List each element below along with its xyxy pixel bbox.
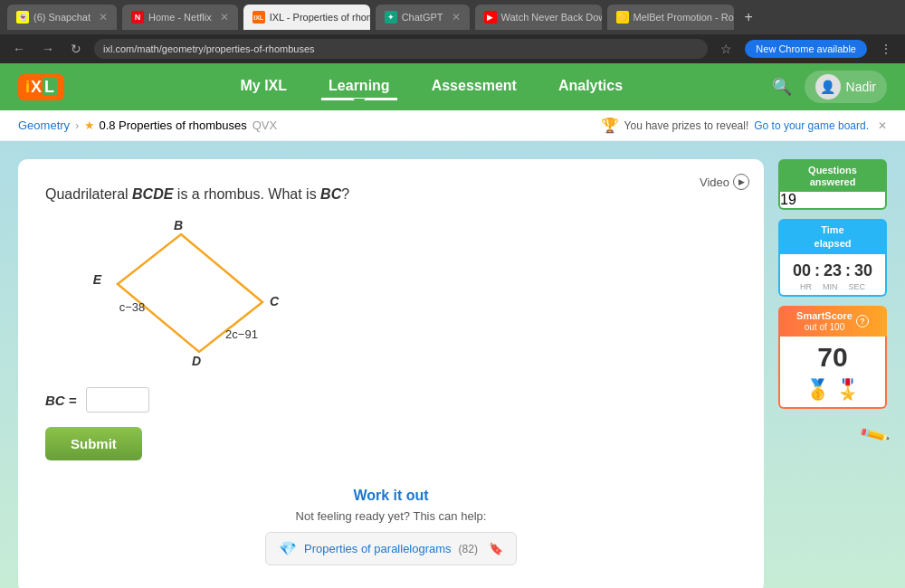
smart-score-value: 70 <box>786 342 880 373</box>
tab-ixl[interactable]: IXL IXL - Properties of rhom... ✕ <box>243 5 370 30</box>
close-prize-button[interactable]: ✕ <box>878 119 887 132</box>
award-medal-2: 🎖️ <box>835 378 860 402</box>
question-text: Quadrilateral BCDE is a rhombus. What is… <box>45 186 737 203</box>
breadcrumb-separator: › <box>75 119 79 132</box>
ixl-tab-icon: IXL <box>252 11 265 24</box>
chrome-action-button[interactable]: New Chrome available <box>745 40 867 58</box>
resource-count: (82) <box>459 543 478 555</box>
tab-netflix[interactable]: N Home - Netflix ✕ <box>122 5 238 30</box>
new-tab-button[interactable]: + <box>739 7 758 27</box>
svg-text:E: E <box>93 272 102 287</box>
resource-card[interactable]: 💎 Properties of parallelograms (82) 🔖 <box>265 532 517 565</box>
star-icon: ★ <box>84 119 95 132</box>
min-label: MIN <box>823 282 838 291</box>
reload-button[interactable]: ↻ <box>67 40 85 58</box>
svg-text:C: C <box>270 294 280 308</box>
video-link[interactable]: Video ▶ <box>700 174 749 190</box>
tab-chatgpt[interactable]: ✦ ChatGPT ✕ <box>376 5 470 30</box>
nav-links: My IXL Learning Assessment Analytics <box>91 74 772 100</box>
user-avatar: 👤 <box>815 74 841 100</box>
questions-count: 19 <box>780 192 796 207</box>
awards-row: 🥇 🎖️ <box>786 378 880 402</box>
right-panel: Questionsanswered 19 Timeelapsed 00 : 23… <box>778 159 887 588</box>
ixl-header: iXL My IXL Learning Assessment Analytics… <box>0 63 905 110</box>
svg-text:D: D <box>192 354 201 365</box>
bookmark-button[interactable]: ☆ <box>717 40 736 58</box>
pencil-area: ✏️ <box>778 423 887 447</box>
work-it-out-subtitle: Not feeling ready yet? This can help: <box>45 509 737 523</box>
question-card: Video ▶ Quadrilateral BCDE is a rhombus.… <box>18 159 764 588</box>
sec-label: SEC <box>848 282 865 291</box>
hours-display: 00 <box>793 261 811 280</box>
time-digits: 00 : 23 : 30 <box>784 261 881 280</box>
ixl-logo[interactable]: iXL <box>18 74 64 100</box>
svg-text:c−38: c−38 <box>119 300 146 314</box>
search-button[interactable]: 🔍 <box>772 77 792 97</box>
chatgpt-icon: ✦ <box>385 11 397 24</box>
smart-score-help-icon[interactable]: ? <box>856 315 869 327</box>
diamond-icon: 💎 <box>279 540 297 557</box>
youtube-icon: ▶ <box>484 11 497 24</box>
questions-answered-header: Questionsanswered <box>778 159 887 192</box>
rhombus-diagram: B C D E c−38 2c−91 <box>63 221 737 369</box>
questions-count-container: 19 <box>778 192 887 210</box>
answer-row: BC = <box>45 387 737 413</box>
nav-analytics[interactable]: Analytics <box>551 74 630 100</box>
time-labels: HR MIN SEC <box>784 282 881 291</box>
browser-tab-bar: 👻 (6) Snapchat ✕ N Home - Netflix ✕ IXL … <box>0 0 905 34</box>
forward-button[interactable]: → <box>38 40 58 58</box>
trophy-icon: 🏆 <box>601 117 619 134</box>
prize-link[interactable]: Go to your game board. <box>754 119 869 132</box>
nav-learning[interactable]: Learning <box>321 74 397 100</box>
address-bar: ← → ↻ ixl.com/math/geometry/properties-o… <box>0 34 905 63</box>
submit-button[interactable]: Submit <box>45 427 142 460</box>
breadcrumb-skill: 0.8 Properties of rhombuses <box>99 119 246 132</box>
main-area: Video ▶ Quadrilateral BCDE is a rhombus.… <box>0 141 905 588</box>
pencil-icon[interactable]: ✏️ <box>858 419 891 451</box>
smart-score-widget: SmartScoreout of 100 ? 70 🥇 🎖️ <box>778 306 887 409</box>
tab-snapchat[interactable]: 👻 (6) Snapchat ✕ <box>7 5 117 30</box>
tab-close-chatgpt[interactable]: ✕ <box>452 11 461 24</box>
melbet-icon: 🟡 <box>616 11 629 24</box>
user-menu-button[interactable]: 👤 Nadir <box>805 71 887 103</box>
url-box[interactable]: ixl.com/math/geometry/properties-of-rhom… <box>94 39 708 59</box>
smart-score-header: SmartScoreout of 100 ? <box>778 306 887 337</box>
resource-link[interactable]: Properties of parallelograms <box>304 542 452 555</box>
award-medal-1: 🥇 <box>805 378 830 402</box>
questions-answered-widget: Questionsanswered 19 <box>778 159 887 219</box>
smart-score-body: 70 🥇 🎖️ <box>778 337 887 409</box>
netflix-icon: N <box>131 11 144 24</box>
answer-input[interactable] <box>86 387 149 413</box>
svg-text:2c−91: 2c−91 <box>225 327 258 341</box>
tab-melbet[interactable]: 🟡 MelBet Promotion - Roc... ✕ <box>607 5 734 30</box>
time-elapsed-header: Timeelapsed <box>778 219 887 254</box>
header-right: 🔍 👤 Nadir <box>772 71 887 103</box>
work-it-out-section: Work it out Not feeling ready yet? This … <box>45 488 737 565</box>
hr-label: HR <box>800 282 812 291</box>
tab-close-snapchat[interactable]: ✕ <box>99 11 108 24</box>
time-elapsed-display: 00 : 23 : 30 HR MIN SEC <box>778 254 887 297</box>
prize-banner: 🏆 You have prizes to reveal! Go to your … <box>601 117 887 134</box>
breadcrumb-bar: Geometry › ★ 0.8 Properties of rhombuses… <box>0 110 905 141</box>
answer-label: BC = <box>45 393 77 408</box>
tab-youtube[interactable]: ▶ Watch Never Back Down... ✕ <box>475 5 602 30</box>
time-elapsed-widget: Timeelapsed 00 : 23 : 30 HR MIN SEC <box>778 219 887 306</box>
back-button[interactable]: ← <box>9 40 29 58</box>
minutes-display: 23 <box>824 261 842 280</box>
work-it-out-title: Work it out <box>45 488 737 504</box>
bookmark-resource-icon[interactable]: 🔖 <box>489 542 503 555</box>
breadcrumb-subject[interactable]: Geometry <box>18 119 70 132</box>
tab-close-netflix[interactable]: ✕ <box>220 11 229 24</box>
snapchat-icon: 👻 <box>16 11 29 24</box>
seconds-display: 30 <box>854 261 872 280</box>
svg-text:B: B <box>174 221 183 232</box>
nav-assessment[interactable]: Assessment <box>424 74 524 100</box>
menu-button[interactable]: ⋮ <box>876 40 896 58</box>
play-icon: ▶ <box>733 174 749 190</box>
nav-my-ixl[interactable]: My IXL <box>233 74 295 100</box>
skill-code: QVX <box>252 119 277 132</box>
